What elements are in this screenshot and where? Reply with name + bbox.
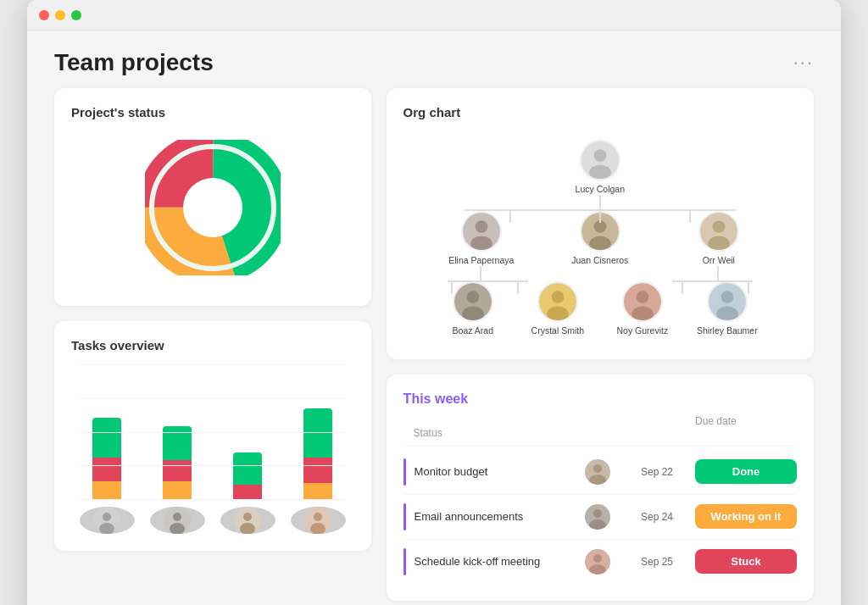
svg-point-14	[593, 149, 606, 162]
this-week-header: Due date Status	[403, 415, 797, 447]
org-chart-card: Org chart Lucy Colga	[387, 88, 814, 359]
branch-3-2	[517, 280, 519, 294]
svg-point-27	[462, 307, 484, 322]
svg-point-21	[589, 236, 611, 251]
task-avatar-1	[585, 459, 610, 485]
bar-stack-3	[233, 452, 262, 500]
col-status-label: Status	[414, 427, 619, 439]
svg-point-32	[636, 291, 648, 303]
org-person-crystal: Crystal Smith	[524, 281, 592, 337]
org-name-crystal: Crystal Smith	[531, 325, 584, 337]
bar-red-3	[233, 485, 262, 500]
svg-point-41	[593, 509, 602, 518]
task-name-3: Schedule kick-off meeting	[415, 555, 541, 568]
svg-point-33	[632, 307, 654, 322]
org-avatar-shirley	[707, 281, 748, 322]
svg-point-17	[475, 220, 487, 233]
svg-point-29	[551, 291, 564, 303]
this-week-card: This week Due date Status Monitor budget	[387, 375, 814, 601]
this-week-title: This week	[403, 391, 797, 407]
avatar-1	[80, 507, 135, 534]
svg-point-38	[593, 464, 602, 473]
bar-stack-4	[303, 408, 332, 500]
svg-point-15	[589, 165, 611, 180]
pie-chart	[145, 140, 281, 275]
branch-2-2	[599, 209, 601, 223]
avatar-2	[150, 507, 205, 534]
h-line-3	[672, 280, 753, 282]
org-person-shirley: Shirley Baumer	[693, 281, 761, 337]
org-name-noy: Noy Gurevitz	[616, 325, 668, 337]
task-row-2: Email announcements Sep 24 Working on it	[403, 495, 797, 540]
left-column: Project's status	[54, 88, 371, 601]
bar-green-1	[92, 418, 121, 458]
org-person-boaz: Boaz Arad	[439, 281, 507, 337]
task-avatar-2	[585, 504, 610, 530]
org-avatar-elina	[461, 211, 502, 252]
app-window: Team projects ··· Project's status	[27, 0, 841, 605]
org-name-orr: Orr Weil	[703, 255, 735, 267]
due-date-3: Sep 25	[619, 556, 695, 568]
project-status-title: Project's status	[71, 105, 354, 119]
svg-point-11	[314, 513, 322, 521]
status-badge-2: Working on it	[695, 504, 797, 529]
svg-point-44	[593, 554, 602, 563]
org-person-ceo: Lucy Colgan	[566, 140, 634, 196]
branch-3-1	[451, 280, 453, 294]
task-avatar-3	[585, 549, 610, 574]
status-badge-3: Stuck	[695, 549, 797, 574]
task-name-2: Email announcements	[415, 510, 524, 523]
bar-orange-2	[163, 481, 192, 500]
bar-red-1	[92, 458, 121, 481]
svg-point-30	[547, 307, 569, 322]
svg-point-24	[708, 236, 730, 251]
avatar-row	[71, 500, 354, 534]
org-name-juan: Juan Cisneros	[571, 255, 628, 267]
org-avatar-orr	[698, 211, 739, 252]
org-person-noy: Noy Gurevitz	[609, 281, 676, 337]
task-label-cell-3: Schedule kick-off meeting	[403, 548, 585, 575]
tasks-overview-title: Tasks overview	[71, 338, 354, 352]
bar-orange-1	[92, 481, 121, 500]
org-connector-2	[448, 266, 753, 281]
titlebar	[27, 0, 841, 31]
col-task-label	[414, 415, 619, 427]
org-name-boaz: Boaz Arad	[453, 325, 493, 337]
due-date-2: Sep 24	[619, 511, 695, 523]
org-person-elina: Elina Papernaya	[448, 211, 515, 267]
org-chart: Lucy Colgan	[403, 131, 797, 342]
org-chart-title: Org chart	[403, 105, 797, 119]
bar-green-4	[303, 408, 332, 458]
bar-stack-1	[92, 418, 121, 500]
org-avatar-noy	[622, 281, 663, 322]
col-avatar-label	[619, 415, 695, 427]
task-border-2	[403, 503, 406, 530]
close-button[interactable]	[39, 10, 49, 20]
avatar-3	[220, 507, 275, 534]
v-line-1	[599, 196, 601, 209]
bar-group-1	[80, 418, 135, 500]
org-person-orr: Orr Weil	[685, 211, 753, 267]
task-name-1: Monitor budget	[415, 465, 488, 478]
svg-point-2	[103, 513, 111, 521]
more-options-button[interactable]: ···	[793, 52, 814, 74]
branch-3-3	[682, 280, 683, 294]
tasks-overview-card: Tasks overview	[54, 321, 371, 551]
minimize-button[interactable]	[55, 10, 65, 20]
branch-3-4	[748, 280, 749, 294]
traffic-lights	[39, 10, 81, 20]
org-name-shirley: Shirley Baumer	[697, 325, 758, 337]
main-grid: Project's status	[27, 88, 841, 601]
bar-red-2	[163, 460, 192, 481]
page-title: Team projects	[54, 49, 214, 76]
bar-green-3	[233, 452, 262, 485]
due-date-1: Sep 22	[619, 466, 695, 478]
task-label-cell-2: Email announcements	[403, 503, 585, 530]
bar-chart-wrapper	[71, 364, 354, 500]
pie-chart-container	[71, 131, 354, 289]
project-status-card: Project's status	[54, 88, 371, 306]
task-border-1	[403, 458, 406, 486]
org-name-elina: Elina Papernaya	[448, 255, 514, 267]
svg-point-18	[470, 236, 492, 251]
maximize-button[interactable]	[71, 10, 81, 20]
